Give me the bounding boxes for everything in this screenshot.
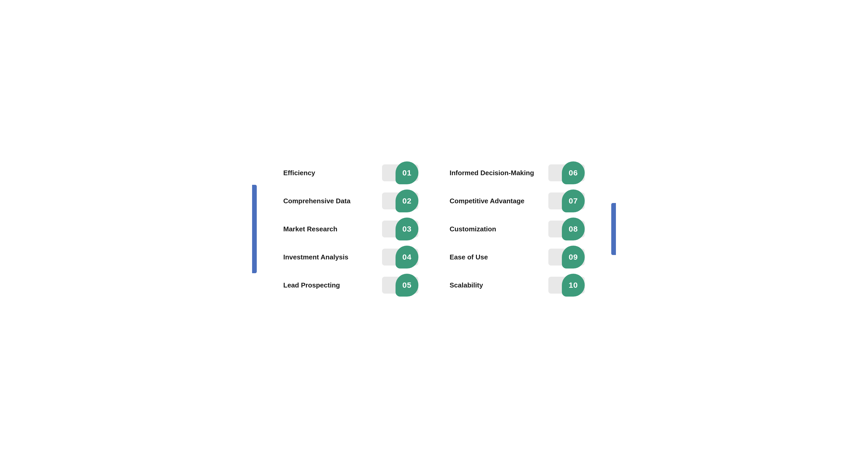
badge-10: 10 — [562, 274, 585, 297]
badge-number-04: 04 — [402, 253, 411, 262]
badge-09: 09 — [562, 246, 585, 269]
item-label-05: Lead Prospecting — [283, 281, 377, 289]
badge-07: 07 — [562, 189, 585, 212]
item-label-10: Scalability — [450, 281, 543, 289]
badge-wrapper-05: 05 — [377, 275, 418, 296]
list-item-right-1: Informed Decision-Making 06 — [450, 162, 585, 183]
item-label-07: Competitive Advantage — [450, 197, 543, 205]
item-label-03: Market Research — [283, 225, 377, 233]
list-item-right-4: Ease of Use 09 — [450, 247, 585, 268]
badge-number-08: 08 — [569, 224, 578, 234]
badge-06: 06 — [562, 161, 585, 184]
badge-number-01: 01 — [402, 169, 411, 177]
badge-number-07: 07 — [569, 196, 578, 205]
list-item-left-4: Investment Analysis 04 — [283, 247, 418, 268]
item-label-08: Customization — [450, 225, 543, 233]
left-accent-bar — [252, 185, 257, 273]
item-label-02: Comprehensive Data — [283, 197, 377, 205]
badge-wrapper-03: 03 — [377, 219, 418, 239]
badge-wrapper-07: 07 — [543, 190, 585, 211]
item-label-04: Investment Analysis — [283, 253, 377, 261]
list-item-left-2: Comprehensive Data 02 — [283, 190, 418, 211]
badge-03: 03 — [396, 218, 418, 240]
badge-wrapper-01: 01 — [377, 162, 418, 183]
item-label-01: Efficiency — [283, 169, 377, 177]
badge-08: 08 — [562, 218, 585, 240]
badge-wrapper-04: 04 — [377, 247, 418, 268]
item-label-06: Informed Decision-Making — [450, 169, 543, 177]
items-grid: Efficiency 01 Informed Decision-Making 0… — [273, 162, 595, 296]
list-item-right-3: Customization 08 — [450, 219, 585, 239]
badge-number-05: 05 — [402, 281, 411, 289]
list-item-left-1: Efficiency 01 — [283, 162, 418, 183]
badge-number-06: 06 — [569, 169, 578, 177]
badge-wrapper-09: 09 — [543, 247, 585, 268]
badge-number-10: 10 — [569, 281, 578, 289]
item-label-09: Ease of Use — [450, 253, 543, 261]
badge-wrapper-02: 02 — [377, 190, 418, 211]
badge-number-09: 09 — [569, 253, 578, 262]
page-container: Efficiency 01 Informed Decision-Making 0… — [252, 157, 616, 301]
badge-04: 04 — [396, 246, 418, 269]
badge-number-03: 03 — [402, 224, 411, 234]
list-item-left-5: Lead Prospecting 05 — [283, 275, 418, 296]
list-item-left-3: Market Research 03 — [283, 219, 418, 239]
badge-01: 01 — [396, 161, 418, 184]
right-accent-bar — [611, 203, 616, 255]
badge-02: 02 — [396, 189, 418, 212]
list-item-right-5: Scalability 10 — [450, 275, 585, 296]
badge-wrapper-06: 06 — [543, 162, 585, 183]
list-item-right-2: Competitive Advantage 07 — [450, 190, 585, 211]
badge-wrapper-08: 08 — [543, 219, 585, 239]
badge-05: 05 — [396, 274, 418, 297]
badge-wrapper-10: 10 — [543, 275, 585, 296]
badge-number-02: 02 — [402, 196, 411, 205]
